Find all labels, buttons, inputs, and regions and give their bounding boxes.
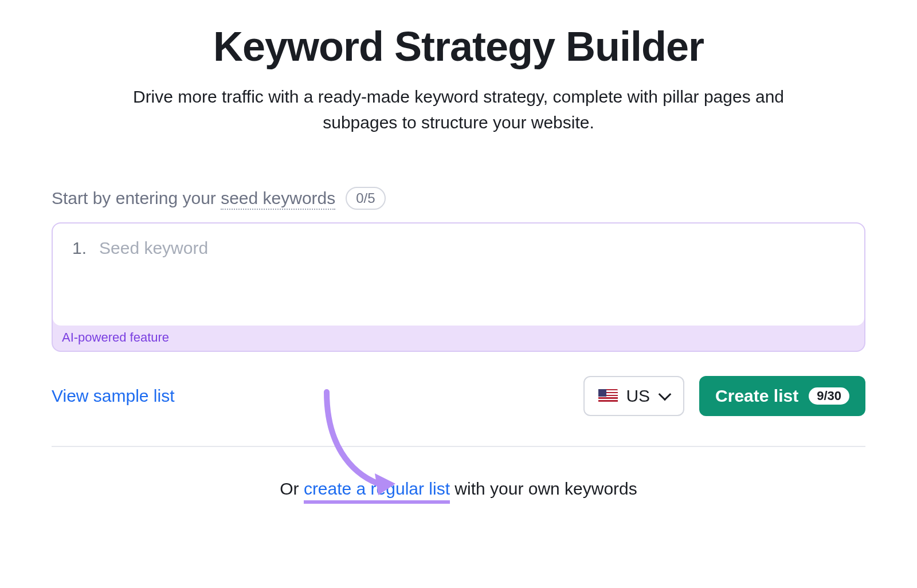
seed-line-number: 1. [72,238,87,258]
create-list-label: Create list [715,386,798,406]
seed-input-wrapper: 1. AI-powered feature [52,222,865,352]
divider [52,446,865,447]
view-sample-list-link[interactable]: View sample list [52,386,175,406]
us-flag-icon [598,389,618,403]
ai-powered-label: AI-powered feature [53,326,864,351]
page-subtitle: Drive more traffic with a ready-made key… [52,84,865,135]
seed-keyword-input[interactable] [99,238,717,258]
chevron-down-icon [659,388,672,401]
create-list-count: 9/30 [809,387,849,405]
seed-input-line: 1. [72,238,845,258]
seed-label-prefix: Start by entering your [52,189,221,207]
seed-label-row: Start by entering your seed keywords 0/5 [52,187,865,210]
country-selector[interactable]: US [583,376,684,416]
seed-count-badge: 0/5 [346,187,385,210]
page-title: Keyword Strategy Builder [52,23,865,70]
seed-label: Start by entering your seed keywords [52,189,335,208]
seed-input-area[interactable]: 1. [53,224,864,326]
alt-suffix: with your own keywords [450,479,637,498]
country-label: US [626,386,650,406]
create-regular-list-link[interactable]: create a regular list [304,479,450,504]
create-list-button[interactable]: Create list 9/30 [699,376,865,416]
alt-prefix: Or [280,479,304,498]
controls-row: View sample list US Create list 9/30 [52,376,865,416]
alt-option-row: Or create a regular list with your own k… [52,479,865,499]
seed-label-underlined: seed keywords [221,189,335,210]
